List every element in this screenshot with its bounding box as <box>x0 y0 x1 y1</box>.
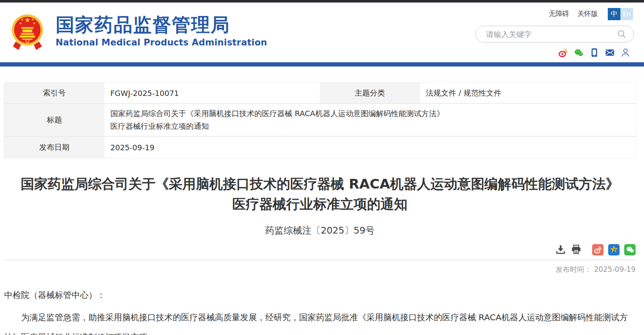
search-input[interactable] <box>485 29 617 39</box>
meta-label-category: 主题分类 <box>320 83 420 103</box>
lang-english-button[interactable]: En <box>620 8 633 20</box>
table-row: 索引号 FGWJ-2025-10071 主题分类 法规文件 / 规范性文件 <box>4 83 636 103</box>
publish-time-label: 发布时间： <box>556 265 591 274</box>
article-body: 中检院（器械标管中心）： 为满足监管急需，助推采用脑机接口技术的医疗器械高质量发… <box>4 285 636 335</box>
qzone-z-glyph: Z <box>612 248 616 253</box>
document-number: 药监综械注〔2025〕59号 <box>4 224 636 237</box>
meta-label-pubdate: 发布日期 <box>4 137 104 158</box>
user-icon[interactable] <box>620 48 631 58</box>
print-button[interactable] <box>571 244 582 255</box>
mobile-icon[interactable] <box>589 48 599 58</box>
svg-text:★: ★ <box>19 21 22 25</box>
lang-chinese-button[interactable]: 中 <box>608 8 620 20</box>
document-meta-table: 索引号 FGWJ-2025-10071 主题分类 法规文件 / 规范性文件 标题… <box>4 83 636 158</box>
meta-value-pubdate: 2025-09-19 <box>104 137 636 158</box>
meta-label-title: 标题 <box>4 104 104 136</box>
search-box <box>476 26 634 43</box>
meta-value-title: 国家药监局综合司关于《采用脑机接口技术的医疗器械 RACA机器人运动意图编解码性… <box>104 104 636 136</box>
wechat-share-icon <box>625 245 635 254</box>
blue-divider-bar <box>0 62 644 66</box>
share-wechat-button[interactable] <box>624 244 636 255</box>
weibo-share-icon <box>593 245 602 254</box>
header-right: 无障碍 关怀版 中 En <box>467 3 644 58</box>
publish-time-value: 2025-09-19 <box>594 265 636 274</box>
download-icon <box>555 244 566 255</box>
svg-text:★: ★ <box>31 18 34 21</box>
site-name-en: National Medical Products Administration <box>56 37 267 48</box>
meta-value-index: FGWJ-2025-10071 <box>104 83 320 103</box>
mail-icon[interactable] <box>605 48 615 58</box>
share-toolbar: ★ Z <box>4 244 636 255</box>
language-toggle: 中 En <box>608 8 633 20</box>
salutation: 中检院（器械标管中心）： <box>4 285 636 305</box>
national-emblem-icon: ★ ★ ★ ★ ★ <box>10 11 45 51</box>
body-paragraph: 为满足监管急需，助推采用脑机接口技术的医疗器械高质量发展，经研究，国家药监局批准… <box>4 308 636 335</box>
share-qzone-button[interactable]: ★ Z <box>608 244 620 255</box>
publish-time: 发布时间：2025-09-19 <box>4 265 636 274</box>
site-logo[interactable]: ★ ★ ★ ★ ★ 国家药品监督管理局 National Medical Pro… <box>10 11 267 51</box>
social-icons-row <box>467 48 631 58</box>
site-header: ★ ★ ★ ★ ★ 国家药品监督管理局 National Medical Pro… <box>0 3 644 62</box>
content-divider <box>4 260 636 260</box>
download-button[interactable] <box>555 244 566 255</box>
page-title: 国家药监局综合司关于《采用脑机接口技术的医疗器械 RACA机器人运动意图编解码性… <box>4 174 636 214</box>
care-version-link[interactable]: 关怀版 <box>577 10 598 19</box>
table-row: 发布日期 2025-09-19 <box>4 137 636 158</box>
table-row: 标题 国家药监局综合司关于《采用脑机接口技术的医疗器械 RACA机器人运动意图编… <box>4 104 636 136</box>
svg-text:★: ★ <box>24 16 31 24</box>
accessibility-link[interactable]: 无障碍 <box>549 10 569 19</box>
svg-text:★: ★ <box>21 18 24 21</box>
svg-text:★: ★ <box>33 21 36 25</box>
meta-label-index: 索引号 <box>4 83 104 103</box>
wechat-icon[interactable] <box>574 48 584 58</box>
site-name-cn: 国家药品监督管理局 <box>56 15 267 35</box>
search-button[interactable] <box>617 29 627 39</box>
brand-text: 国家药品监督管理局 National Medical Products Admi… <box>56 15 267 47</box>
top-utility-row: 无障碍 关怀版 中 En <box>467 3 644 20</box>
print-icon <box>571 244 582 255</box>
weibo-icon[interactable] <box>558 48 568 58</box>
content-area: 索引号 FGWJ-2025-10071 主题分类 法规文件 / 规范性文件 标题… <box>0 83 644 335</box>
meta-value-category: 法规文件 / 规范性文件 <box>420 83 636 103</box>
search-icon <box>617 29 627 39</box>
share-weibo-button[interactable] <box>592 244 604 255</box>
